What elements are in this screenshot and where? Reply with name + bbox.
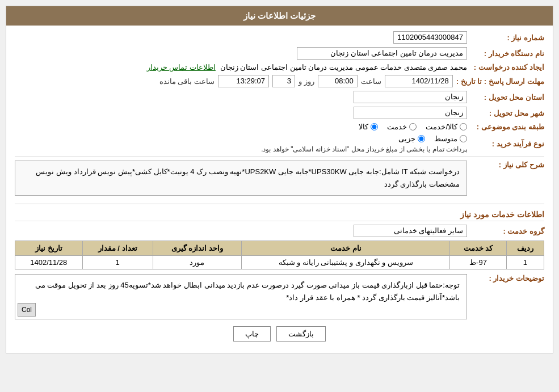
col-header-qty: تعداد / مقدار	[82, 241, 153, 256]
province-value: زنجان	[354, 91, 467, 103]
category-khedmat[interactable]: خدمت	[387, 123, 417, 131]
row-province: استان محل تحویل : زنجان	[15, 91, 544, 103]
row-number: شماره نیاز : 1102005443000847	[15, 31, 544, 44]
header-title: جزئیات اطلاعات نیاز	[6, 6, 553, 26]
row-deadline: مهلت ارسال پاسخ : تا تاریخ : 1402/11/28 …	[15, 75, 544, 87]
radio-kala[interactable]	[371, 123, 378, 130]
print-button[interactable]: چاپ	[233, 326, 271, 342]
divider-2	[15, 204, 544, 204]
row-buyer-note: توضیحات خریدار : توجه:حتما قبل ازبارگذار…	[15, 274, 544, 319]
back-button[interactable]: بازگشت	[276, 326, 326, 342]
process-radio-group: متوسط جزیی	[261, 134, 467, 143]
button-row: بازگشت چاپ	[15, 326, 544, 347]
row-requester: نام دستگاه خریدار : مدیریت درمان تامین ا…	[15, 47, 544, 60]
page-container: جزئیات اطلاعات نیاز شماره نیاز : 1102005…	[0, 0, 559, 392]
process-note: پرداخت تمام یا بخشی از مبلغ خریداز محل "…	[261, 145, 467, 153]
category-kala[interactable]: کالا	[359, 123, 378, 131]
deadline-label: مهلت ارسال پاسخ : تا تاریخ :	[456, 77, 544, 86]
service-table: ردیف کد خدمت نام خدمت واحد اندازه گیری ت…	[15, 241, 544, 269]
city-value: زنجان	[354, 107, 467, 119]
radio-khedmat[interactable]	[409, 123, 417, 130]
process-motavasset[interactable]: متوسط	[434, 134, 467, 143]
service-group-label: گروه خدمت :	[470, 227, 544, 235]
category-radio-group: کالا/خدمت خدمت کالا	[359, 123, 467, 131]
main-box: جزئیات اطلاعات نیاز شماره نیاز : 1102005…	[6, 6, 553, 353]
radio-jozii[interactable]	[418, 135, 425, 142]
row-service-group: گروه خدمت : سایر فعالیتهای خدماتی	[15, 225, 544, 237]
requester-value: مدیریت درمان تامین اجتماعی استان زنجان	[297, 47, 467, 60]
service-group-value: سایر فعالیتهای خدماتی	[354, 225, 467, 237]
creator-label: ایجاد کننده درخواست :	[470, 63, 544, 71]
content-area: شماره نیاز : 1102005443000847 نام دستگاه…	[6, 26, 553, 353]
row-description: شرح کلی نیاز : درخواست شبکه IT شامل:جابه…	[15, 161, 544, 200]
col-header-name: نام خدمت	[242, 241, 450, 256]
col-header-date: تاریخ نیاز	[15, 241, 83, 256]
radio-motavasset[interactable]	[460, 135, 467, 142]
description-value: درخواست شبکه IT شامل:جابه جایی UPS30KW*ج…	[15, 161, 467, 196]
process-label: نوع فرآیند خرید :	[470, 140, 544, 148]
divider-1	[15, 157, 544, 157]
row-category: طبقه بندی موضوعی : کالا/خدمت خدمت کالا	[15, 123, 544, 131]
number-value: 1102005443000847	[393, 31, 467, 44]
col-badge: Col	[18, 303, 36, 317]
deadline-remaining: 13:29:07	[218, 75, 269, 87]
category-label: طبقه بندی موضوعی :	[470, 123, 544, 131]
deadline-date: 1402/11/28	[385, 75, 453, 87]
days-label: روز و	[299, 77, 314, 86]
row-city: شهر محل تحویل : زنجان	[15, 107, 544, 119]
deadline-time: 08:00	[318, 75, 358, 87]
row-process: نوع فرآیند خرید : متوسط جزیی پرداخت تمام…	[15, 134, 544, 153]
row-creator: ایجاد کننده درخواست : محمد صفری متصدی خد…	[15, 63, 544, 71]
deadline-days: 3	[272, 75, 295, 87]
creator-value: محمد صفری متصدی خدمات عمومی مدیریت درمان…	[220, 63, 467, 71]
city-label: شهر محل تحویل :	[470, 109, 544, 117]
table-row: 197-طسرویس و نگهداری و پشتیبانی رایانه و…	[15, 256, 544, 269]
requester-label: نام دستگاه خریدار :	[470, 49, 544, 58]
radio-kala-khedmat[interactable]	[460, 123, 467, 130]
col-header-row: ردیف	[506, 241, 544, 256]
remaining-label: ساعت باقی مانده	[159, 77, 215, 86]
province-label: استان محل تحویل :	[470, 93, 544, 102]
buyer-note-value: توجه:حتما قبل ازبارگذاری قیمت باز میدانی…	[15, 274, 467, 319]
process-jozii[interactable]: جزیی	[398, 134, 425, 143]
col-header-code: کد خدمت	[450, 241, 506, 256]
description-label: شرح کلی نیاز :	[470, 161, 544, 169]
col-header-unit: واحد اندازه گیری	[153, 241, 241, 256]
category-kala-khedmat[interactable]: کالا/خدمت	[426, 123, 467, 131]
creator-link[interactable]: اطلاعات تماس خریدار	[147, 63, 216, 71]
service-info-title: اطلاعات خدمات مورد نیاز	[15, 210, 544, 221]
buyer-note-label: توضیحات خریدار :	[470, 274, 544, 283]
number-label: شماره نیاز :	[470, 33, 544, 42]
time-label: ساعت	[361, 77, 381, 86]
